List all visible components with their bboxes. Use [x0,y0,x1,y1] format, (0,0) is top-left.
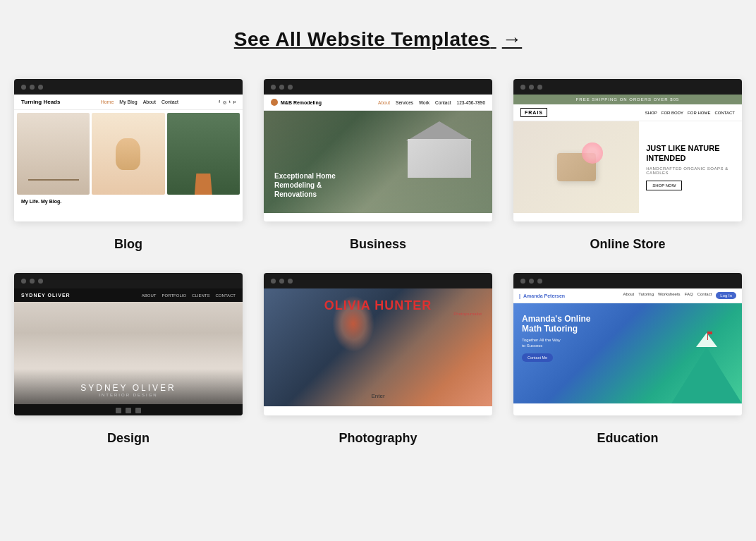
blog-link-myblog: My Blog [119,99,137,104]
store-nav: FRAIS SHOP FOR BODY FOR HOME CONTACT [513,104,742,121]
tw-icon: t [229,99,231,104]
dot-3 [537,279,542,284]
preview-bar-edu [513,273,742,288]
photo-name-text: OLIVIA HUNTER [271,299,485,312]
see-all-link[interactable]: See All Website Templates → [234,28,522,50]
dot-2 [279,85,284,90]
template-card-education[interactable]: Amanda Petersen About Tutoring Worksheet… [513,273,742,446]
blog-image-2 [92,113,164,195]
person-head [116,138,140,170]
photo-hero: OLIVIA HUNTER Photojournalist Enter [264,288,492,406]
store-logo: FRAIS [520,108,547,117]
biz-name: M&B Remodeling [281,100,322,105]
dot-2 [30,279,35,284]
store-nav-links: SHOP FOR BODY FOR HOME CONTACT [645,111,735,115]
pt-icon: p [233,99,236,104]
mountain-snow [696,333,717,347]
edu-about: About [623,292,635,299]
blog-nav-social: f ◎ t p [219,99,236,104]
store-body: FOR BODY [662,111,683,115]
edu-nav: Amanda Petersen About Tutoring Worksheet… [513,288,742,303]
photography-preview-card: OLIVIA HUNTER Photojournalist Enter [264,273,492,415]
template-card-photography[interactable]: OLIVIA HUNTER Photojournalist Enter Phot… [264,273,492,446]
photography-label: Photography [339,431,417,446]
blog-label: Blog [114,237,142,252]
design-hero: SYDNEY OLIVER INTERIOR DESIGN [14,302,243,404]
store-btn[interactable]: SHOP NOW [646,181,682,190]
business-content: M&B Remodeling About Services Work Conta… [264,95,492,221]
education-label: Education [597,431,658,446]
blog-nav-links: Home My Blog About Contact [101,99,178,104]
store-shop: SHOP [645,111,657,115]
preview-bar-design [14,273,243,288]
person-silhouette [92,113,164,195]
page-wrapper: See All Website Templates → Turning Head… [0,0,756,474]
store-tagline: JUST LIKE NATUREINTENDED [646,144,735,162]
template-card-design[interactable]: SYDNEY OLIVER ABOUT PORTFOLIO CLIENTS CO… [14,273,243,446]
ig-icon: ◎ [223,99,226,104]
soap-block [557,153,596,181]
dot-1 [520,279,525,284]
store-hero-img [513,121,639,213]
business-label: Business [350,237,406,252]
plant-silhouette [167,113,240,195]
design-content: SYDNEY OLIVER ABOUT PORTFOLIO CLIENTS CO… [14,288,243,415]
design-subtitle: INTERIOR DESIGN [21,393,236,397]
biz-about: About [378,100,390,105]
edu-contact: Contact [697,292,712,299]
store-preview-card: FREE SHIPPING ON ORDERS OVER $05 FRAIS S… [513,79,742,221]
biz-phone: 123-456-7890 [457,100,485,105]
store-banner: FREE SHIPPING ON ORDERS OVER $05 [513,95,742,104]
biz-contact: Contact [435,100,451,105]
templates-grid: Turning Heads Home My Blog About Contact… [14,79,742,446]
fb-small-icon [116,408,121,413]
store-subtitle: HANDCRAFTED ORGANIC SOAPS & CANDLES [646,166,735,175]
edu-content: Amanda Petersen About Tutoring Worksheet… [513,288,742,415]
template-card-business[interactable]: M&B Remodeling About Services Work Conta… [264,79,492,252]
edu-worksheets: Worksheets [658,292,681,299]
template-card-blog[interactable]: Turning Heads Home My Blog About Contact… [14,79,243,252]
design-footer [14,404,243,415]
blog-image-3 [167,113,240,195]
house-roof [406,121,472,141]
dot-1 [271,85,276,90]
blog-nav: Turning Heads Home My Blog About Contact… [14,95,243,110]
tw-small-icon [126,408,131,413]
design-about: ABOUT [142,293,157,298]
dot-2 [529,85,534,90]
biz-logo-icon [271,99,278,106]
edu-tagline: Together All the Wayto Success [522,337,591,349]
biz-hero-text: Exceptional HomeRemodeling &Renovations [274,171,336,199]
edu-links: About Tutoring Worksheets FAQ Contact Lo… [623,292,736,299]
dot-1 [271,279,276,284]
blog-caption: My Life. My Blog. [14,195,243,208]
mountain-shape [671,347,742,403]
blog-content: Turning Heads Home My Blog About Contact… [14,95,243,221]
preview-bar-business [264,79,492,95]
flower-decor [582,142,603,164]
edu-login: Log In [716,292,736,299]
design-nav: SYDNEY OLIVER ABOUT PORTFOLIO CLIENTS CO… [14,288,243,302]
template-card-store[interactable]: FREE SHIPPING ON ORDERS OVER $05 FRAIS S… [513,79,742,252]
header-section: See All Website Templates → [14,14,742,79]
edu-btn[interactable]: Contact Me [522,353,553,362]
edu-faq: FAQ [685,292,693,299]
edu-hero: Amanda's OnlineMath Tutoring Together Al… [513,303,742,403]
ig-small-icon [135,408,141,413]
dot-3 [288,85,293,90]
edu-hero-text: Amanda's OnlineMath Tutoring Together Al… [522,314,591,362]
edu-name: Amanda Petersen [519,293,565,298]
education-preview-card: Amanda Petersen About Tutoring Worksheet… [513,273,742,415]
plant-pot [195,174,212,195]
dot-3 [38,85,43,90]
photo-content: OLIVIA HUNTER Photojournalist Enter [264,288,492,415]
photo-name-overlay: OLIVIA HUNTER Photojournalist [271,299,485,316]
biz-nav: M&B Remodeling About Services Work Conta… [264,95,492,111]
edu-heading: Amanda's OnlineMath Tutoring [522,314,591,334]
dot-3 [288,279,293,284]
see-all-text: See All Website Templates [234,28,491,50]
design-nav-links: ABOUT PORTFOLIO CLIENTS CONTACT [142,293,236,298]
store-label: Online Store [590,237,665,252]
biz-nav-links: About Services Work Contact 123-456-7890 [378,100,485,105]
dot-1 [21,279,26,284]
